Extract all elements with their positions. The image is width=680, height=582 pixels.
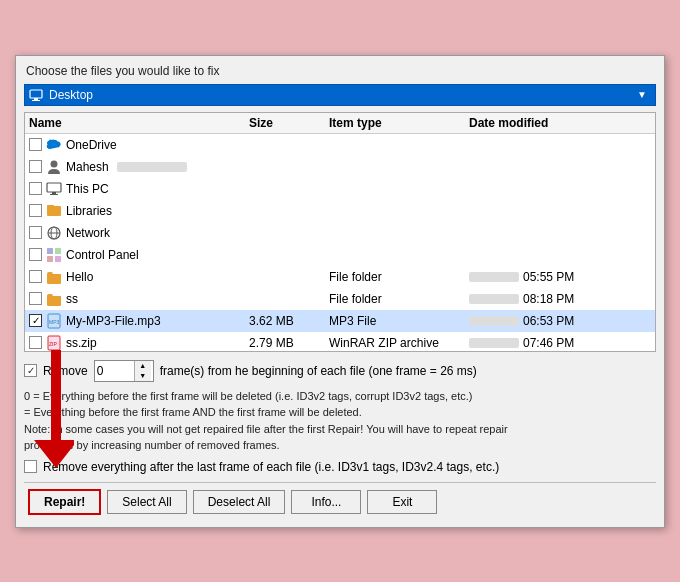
- file-name: Hello: [66, 270, 93, 284]
- svg-rect-2: [32, 100, 40, 101]
- file-name: Control Panel: [66, 248, 139, 262]
- file-name: Mahesh: [66, 160, 109, 174]
- svg-rect-4: [47, 183, 61, 192]
- file-checkbox[interactable]: [29, 138, 42, 151]
- exit-button[interactable]: Exit: [367, 490, 437, 514]
- svg-rect-6: [50, 194, 58, 195]
- spinner-up[interactable]: ▲: [135, 361, 151, 371]
- file-name: ss.zip: [66, 336, 97, 350]
- file-checkbox[interactable]: [29, 270, 42, 283]
- file-row[interactable]: ss File folder 08:18 PM: [25, 288, 655, 310]
- file-name-cell: ✓ MP3 My-MP3-File.mp3: [29, 313, 249, 329]
- file-row[interactable]: OneDrive: [25, 134, 655, 156]
- file-name: ss: [66, 292, 78, 306]
- file-type: File folder: [329, 292, 469, 306]
- file-type-icon: [46, 247, 62, 263]
- file-name-cell: This PC: [29, 181, 249, 197]
- file-name: This PC: [66, 182, 109, 196]
- last-frame-checkbox[interactable]: [24, 460, 37, 473]
- file-size: 3.62 MB: [249, 314, 329, 328]
- file-name-cell: ss: [29, 291, 249, 307]
- file-name-cell: Libraries: [29, 203, 249, 219]
- svg-rect-15: [55, 256, 61, 262]
- svg-rect-0: [30, 90, 42, 98]
- file-checkbox[interactable]: [29, 248, 42, 261]
- col-name: Name: [29, 116, 249, 130]
- file-type: File folder: [329, 270, 469, 284]
- file-name: OneDrive: [66, 138, 117, 152]
- file-type-icon: [46, 225, 62, 241]
- svg-point-3: [51, 160, 58, 167]
- file-checkbox[interactable]: [29, 292, 42, 305]
- file-list-header: Name Size Item type Date modified: [25, 113, 655, 134]
- file-row[interactable]: ✓ MP3 My-MP3-File.mp3 3.62 MB MP3 File 0…: [25, 310, 655, 332]
- select-all-button[interactable]: Select All: [107, 490, 186, 514]
- file-size: 2.79 MB: [249, 336, 329, 350]
- file-row[interactable]: ZIP ss.zip 2.79 MB WinRAR ZIP archive 07…: [25, 332, 655, 352]
- dialog-title: Choose the files you would like to fix: [16, 56, 664, 84]
- file-type-icon: [46, 203, 62, 219]
- file-row[interactable]: Libraries: [25, 200, 655, 222]
- file-date: 06:53 PM: [469, 314, 651, 328]
- file-name-cell: Hello: [29, 269, 249, 285]
- path-dropdown-btn[interactable]: ▼: [633, 87, 651, 102]
- file-checkbox[interactable]: ✓: [29, 314, 42, 327]
- file-name-cell: Network: [29, 225, 249, 241]
- svg-rect-14: [47, 256, 53, 262]
- file-row[interactable]: Control Panel: [25, 244, 655, 266]
- lower-panel: ✓ Remove 0 ▲ ▼ frame(s) from he beginnin…: [16, 352, 664, 527]
- last-frame-label: Remove everything after the last frame o…: [43, 460, 499, 474]
- svg-rect-7: [47, 206, 61, 216]
- frame-spinner[interactable]: ▲ ▼: [134, 361, 151, 381]
- button-row: Repair! Select All Deselect All Info... …: [24, 489, 656, 521]
- frame-input[interactable]: 0 ▲ ▼: [94, 360, 154, 382]
- col-type: Item type: [329, 116, 469, 130]
- file-name: Network: [66, 226, 110, 240]
- repair-button[interactable]: Repair!: [28, 489, 101, 515]
- frame-row: ✓ Remove 0 ▲ ▼ frame(s) from he beginnin…: [24, 360, 656, 382]
- file-type-icon: [46, 269, 62, 285]
- svg-text:ZIP: ZIP: [49, 341, 57, 347]
- frame-text: frame(s) from he beginning of each file …: [160, 364, 477, 378]
- file-type-icon: ZIP: [46, 335, 62, 351]
- file-type-icon: [46, 181, 62, 197]
- file-name-cell: Control Panel: [29, 247, 249, 263]
- file-type-icon: [46, 137, 62, 153]
- file-checkbox[interactable]: [29, 336, 42, 349]
- file-row[interactable]: This PC: [25, 178, 655, 200]
- col-size: Size: [249, 116, 329, 130]
- file-type-icon: MP3: [46, 313, 62, 329]
- file-row[interactable]: Hello File folder 05:55 PM: [25, 266, 655, 288]
- svg-rect-13: [55, 248, 61, 254]
- file-checkbox[interactable]: [29, 182, 42, 195]
- info-button[interactable]: Info...: [291, 490, 361, 514]
- file-name-cell: Mahesh: [29, 159, 249, 175]
- spinner-down[interactable]: ▼: [135, 371, 151, 381]
- file-name: My-MP3-File.mp3: [66, 314, 161, 328]
- col-date: Date modified: [469, 116, 651, 130]
- svg-text:MP3: MP3: [49, 319, 60, 325]
- file-checkbox[interactable]: [29, 204, 42, 217]
- file-name: Libraries: [66, 204, 112, 218]
- file-row[interactable]: Mahesh: [25, 156, 655, 178]
- remove-label: Remove: [43, 364, 88, 378]
- file-rows-container: OneDrive Mahesh This PC: [25, 134, 655, 352]
- file-row[interactable]: Network: [25, 222, 655, 244]
- deselect-all-button[interactable]: Deselect All: [193, 490, 286, 514]
- file-checkbox[interactable]: [29, 226, 42, 239]
- path-bar[interactable]: Desktop ▼: [24, 84, 656, 106]
- frame-value: 0: [97, 364, 134, 378]
- file-date: 08:18 PM: [469, 292, 651, 306]
- file-checkbox[interactable]: [29, 160, 42, 173]
- svg-rect-12: [47, 248, 53, 254]
- file-type: MP3 File: [329, 314, 469, 328]
- info-text-1: 0 = Everything before the first frame wi…: [24, 388, 656, 454]
- last-checkbox-row: Remove everything after the last frame o…: [24, 460, 656, 474]
- remove-checkbox[interactable]: ✓: [24, 364, 37, 377]
- file-date: 07:46 PM: [469, 336, 651, 350]
- file-type-icon: [46, 291, 62, 307]
- main-dialog: Choose the files you would like to fix D…: [15, 55, 665, 528]
- path-text: Desktop: [49, 88, 633, 102]
- file-name-cell: ZIP ss.zip: [29, 335, 249, 351]
- svg-rect-5: [52, 192, 56, 194]
